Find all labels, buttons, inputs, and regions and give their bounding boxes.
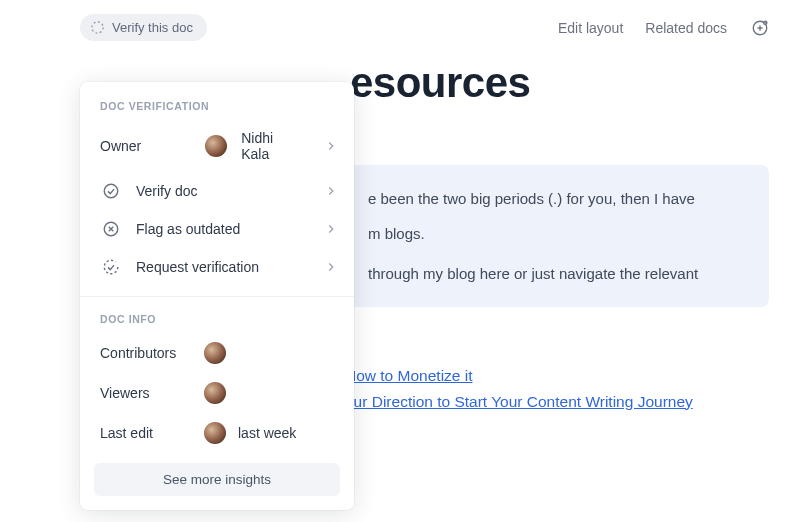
verify-doc-label: Verify doc	[136, 183, 197, 199]
avatar	[205, 135, 227, 157]
page-title: esources	[350, 59, 759, 107]
viewers-row: Viewers	[80, 373, 354, 413]
chevron-right-icon	[324, 184, 338, 198]
svg-point-7	[104, 184, 118, 198]
last-edit-label: Last edit	[100, 425, 204, 441]
flag-outdated-row[interactable]: Flag as outdated	[80, 210, 354, 248]
owner-label: Owner	[100, 138, 141, 154]
doc-verification-panel: DOC VERIFICATION Owner Nidhi Kala Verify…	[80, 82, 354, 510]
related-docs-link[interactable]: Related docs	[645, 20, 727, 36]
doc-link-monetize[interactable]: How to Monetize it	[345, 367, 759, 385]
avatar	[204, 342, 226, 364]
see-more-insights-button[interactable]: See more insights	[94, 463, 340, 496]
request-verification-label: Request verification	[136, 259, 259, 275]
chevron-right-icon	[324, 222, 338, 236]
verify-doc-row[interactable]: Verify doc	[80, 172, 354, 210]
toolbar-right: Edit layout Related docs	[558, 17, 771, 39]
request-verification-row[interactable]: Request verification	[80, 248, 354, 286]
panel-divider	[80, 296, 354, 297]
x-circle-icon	[100, 220, 122, 238]
callout-line: through my blog here or just navigate th…	[368, 262, 741, 285]
panel-section-title-verification: DOC VERIFICATION	[80, 98, 354, 120]
verify-this-doc-button[interactable]: Verify this doc	[80, 14, 207, 41]
last-edit-value: last week	[238, 425, 296, 441]
viewers-label: Viewers	[100, 385, 204, 401]
chevron-right-icon	[324, 139, 338, 153]
callout-line: m blogs.	[368, 222, 741, 245]
owner-row[interactable]: Owner Nidhi Kala	[80, 120, 354, 172]
svg-point-0	[92, 22, 103, 33]
add-circle-icon[interactable]	[749, 17, 771, 39]
flag-outdated-label: Flag as outdated	[136, 221, 240, 237]
avatar	[204, 422, 226, 444]
edit-layout-link[interactable]: Edit layout	[558, 20, 623, 36]
request-verify-icon	[100, 258, 122, 276]
links-block: How to Monetize it our Direction to Star…	[345, 367, 759, 411]
owner-name: Nidhi Kala	[241, 130, 296, 162]
dashed-circle-icon	[90, 20, 105, 35]
last-edit-row: Last edit last week	[80, 413, 354, 453]
contributors-label: Contributors	[100, 345, 204, 361]
panel-section-title-info: DOC INFO	[80, 307, 354, 333]
doc-link-direction[interactable]: our Direction to Start Your Content Writ…	[345, 393, 759, 411]
callout-line: e been the two big periods (.) for you, …	[368, 187, 741, 210]
verify-pill-label: Verify this doc	[112, 20, 193, 35]
toolbar: Verify this doc Edit layout Related docs	[0, 0, 795, 41]
check-circle-icon	[100, 182, 122, 200]
avatar	[204, 382, 226, 404]
callout-box: e been the two big periods (.) for you, …	[340, 165, 769, 307]
contributors-row: Contributors	[80, 333, 354, 373]
chevron-right-icon	[324, 260, 338, 274]
